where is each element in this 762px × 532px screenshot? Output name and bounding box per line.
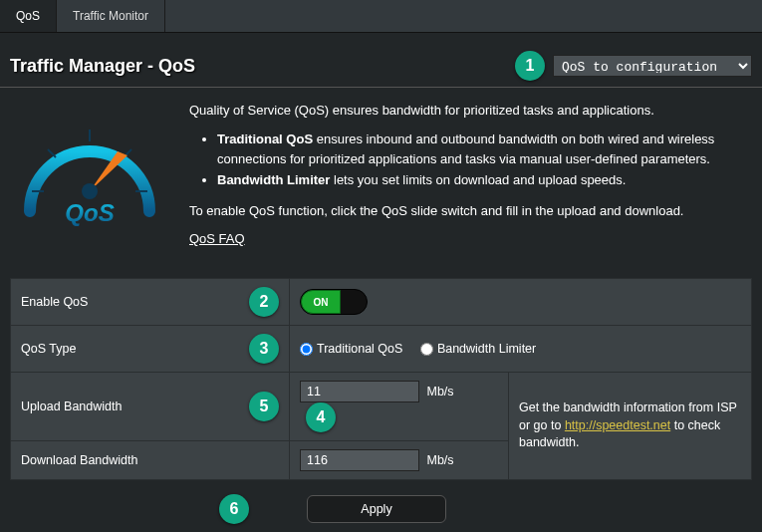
upload-bw-input[interactable] bbox=[300, 381, 419, 402]
qos-faq-link[interactable]: QoS FAQ bbox=[189, 231, 245, 246]
toggle-on-label: ON bbox=[301, 290, 341, 314]
speedtest-link[interactable]: http://speedtest.net bbox=[565, 418, 670, 432]
tab-traffic-monitor[interactable]: Traffic Monitor bbox=[57, 0, 165, 32]
radio-bwlimiter-input[interactable] bbox=[420, 343, 433, 356]
qos-type-label: QoS Type bbox=[21, 342, 76, 356]
bandwidth-hint: Get the bandwidth information from ISP o… bbox=[509, 373, 752, 480]
page-title: Traffic Manager - QoS bbox=[10, 56, 195, 77]
radio-traditional[interactable]: Traditional QoS bbox=[300, 342, 402, 356]
intro-line-1: Quality of Service (QoS) ensures bandwid… bbox=[189, 102, 752, 120]
download-bw-label: Download Bandwidth bbox=[21, 453, 137, 467]
intro-line-2: To enable QoS function, click the QoS sl… bbox=[189, 202, 752, 220]
download-unit: Mb/s bbox=[426, 453, 453, 467]
step-badge-6: 6 bbox=[219, 494, 249, 524]
upload-unit: Mb/s bbox=[426, 385, 453, 399]
svg-text:QoS: QoS bbox=[65, 199, 114, 226]
radio-traditional-input[interactable] bbox=[300, 343, 313, 356]
step-badge-5: 5 bbox=[249, 392, 279, 421]
step-badge-2: 2 bbox=[249, 287, 279, 317]
enable-qos-label: Enable QoS bbox=[21, 295, 88, 309]
intro-bullet-1: Traditional QoS ensures inbound and outb… bbox=[217, 130, 752, 168]
svg-line-1 bbox=[48, 149, 56, 157]
settings-table: Enable QoS 2 ON QoS Type 3 Traditional Q… bbox=[10, 278, 752, 480]
enable-qos-toggle[interactable]: ON bbox=[300, 289, 368, 315]
download-bw-input[interactable] bbox=[300, 449, 419, 471]
radio-bandwidth-limiter[interactable]: Bandwidth Limiter bbox=[420, 342, 536, 356]
qos-gauge-icon: QoS bbox=[10, 112, 169, 241]
intro-text: Quality of Service (QoS) ensures bandwid… bbox=[189, 102, 752, 258]
svg-point-6 bbox=[82, 183, 98, 199]
tab-bar: QoS Traffic Monitor bbox=[0, 0, 762, 33]
step-badge-3: 3 bbox=[249, 334, 279, 364]
intro-bullet-2: Bandwidth Limiter lets you set limits on… bbox=[217, 170, 752, 190]
apply-button[interactable]: Apply bbox=[307, 495, 446, 523]
step-badge-1: 1 bbox=[515, 51, 545, 81]
tab-qos[interactable]: QoS bbox=[0, 0, 57, 32]
upload-bw-label: Upload Bandwidth bbox=[21, 399, 122, 413]
qos-config-dropdown[interactable]: QoS to configuration bbox=[553, 55, 752, 77]
step-badge-4: 4 bbox=[306, 402, 336, 432]
